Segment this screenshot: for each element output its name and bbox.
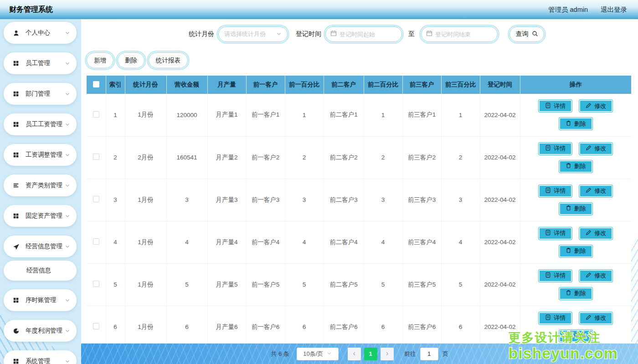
detail-button[interactable]: 详情 [539,143,572,155]
column-header: 前二客户 [324,76,364,94]
row-checkbox[interactable] [93,111,99,118]
time-start-input[interactable] [340,31,397,38]
time-start-field[interactable] [325,26,402,42]
month-select-placeholder: 请选择统计月份 [224,30,266,38]
chevron-down-icon [65,61,70,66]
chevron-down-icon [276,30,282,38]
logout-link[interactable]: 退出登录 [601,5,627,14]
report-button[interactable]: 统计报表 [149,52,188,68]
column-header: 前一百分比 [285,76,324,94]
filter-bar: 统计月份 请选择统计月份 登记时间 至 [189,25,638,43]
chevron-down-icon [65,213,70,219]
send-icon [13,243,21,250]
current-user[interactable]: 管理员 admin [548,5,588,14]
select-all-checkbox[interactable] [93,81,99,87]
detail-button[interactable]: 详情 [539,312,572,324]
row-checkbox[interactable] [93,196,99,202]
edit-button[interactable]: 修改 [579,270,612,282]
grid-icon [13,121,21,128]
column-header: 操作 [520,76,631,94]
current-page[interactable]: 1 [364,348,377,360]
add-button[interactable]: 新增 [87,52,113,68]
sidebar-subitem[interactable]: 经营信息 [4,261,77,281]
chevron-down-icon [65,30,70,36]
row-checkbox[interactable] [93,281,99,287]
grid-icon [13,91,21,97]
document-icon [545,103,551,110]
row-delete-button[interactable]: 删除 [559,203,592,215]
sidebar-item-4[interactable]: 员工工资管理 [4,113,77,135]
app-title: 财务管理系统 [9,5,53,15]
column-header: 月产量 [207,76,246,94]
pencil-icon [586,145,592,152]
trash-icon [566,290,571,297]
column-header: 统计月份 [125,76,166,94]
detail-button[interactable]: 详情 [539,100,572,112]
column-header: 前三百分比 [441,76,480,94]
table-row: 5 1月份 5 月产量5 前一客户5 5 前二客户5 5 前三客户5 5 202… [87,263,631,306]
sidebar-item-7[interactable]: 固定资产管理 [4,205,77,227]
page-unit-label: 页 [442,350,448,358]
row-delete-button[interactable]: 删除 [559,160,592,173]
document-icon [545,230,551,237]
chevron-down-icon [65,152,70,158]
sidebar-item-5[interactable]: 工资调整管理 [4,144,77,166]
row-checkbox[interactable] [93,154,99,160]
row-delete-button[interactable]: 删除 [559,245,592,257]
document-icon [545,145,551,152]
row-checkbox[interactable] [93,323,99,329]
edit-button[interactable]: 修改 [579,227,612,240]
detail-button[interactable]: 详情 [539,227,572,240]
time-end-input[interactable] [435,31,493,38]
sidebar-item-10[interactable]: 年度利润管理 [4,320,77,342]
row-checkbox[interactable] [93,238,99,245]
sidebar-item-9[interactable]: 序时账管理 [4,289,77,311]
grid-icon [13,358,21,364]
document-icon [545,187,551,195]
pie-icon [13,328,21,334]
page-size-select[interactable]: 10条/页 [297,348,339,360]
to-label: 至 [408,30,415,38]
grid-icon [13,152,21,158]
sidebar-item-1[interactable]: 个人中心 [4,22,77,44]
calendar-icon [330,30,337,38]
action-bar: 新增 删除 统计报表 [87,52,638,68]
grid-icon [13,213,21,219]
goto-page-input[interactable] [420,348,438,360]
table-row: 2 2月份 160541 月产量2 前一客户2 2 前二客户2 2 前三客户2 … [87,136,631,179]
edit-button[interactable]: 修改 [579,143,612,155]
sidebar-item-2[interactable]: 员工管理 [4,52,77,74]
chevron-down-icon [65,328,70,333]
trash-icon [566,247,571,255]
chevron-down-icon [65,183,70,188]
delete-button[interactable]: 删除 [118,52,144,68]
edit-button[interactable]: 修改 [579,312,612,324]
column-header: 登记时间 [480,76,520,94]
detail-button[interactable]: 详情 [539,185,572,197]
row-delete-button[interactable]: 删除 [559,287,592,300]
detail-button[interactable]: 详情 [539,270,572,282]
edit-button[interactable]: 修改 [579,100,612,112]
sidebar-item-6[interactable]: 资产类别管理 [4,174,77,196]
user-icon [13,30,21,36]
sidebar-item-11[interactable]: 系统管理 [4,350,77,364]
column-header: 索引 [106,76,125,94]
sidebar-item-3[interactable]: 部门管理 [4,83,77,105]
next-page-button[interactable] [381,348,394,360]
grid-icon [13,297,21,303]
row-delete-button[interactable]: 删除 [559,118,592,130]
search-button[interactable]: 查询 [509,26,544,42]
edit-button[interactable]: 修改 [579,185,612,197]
chevron-down-icon [65,122,70,127]
total-count: 共 6 条 [271,350,289,358]
sidebar: 个人中心 员工管理 部门管理 员工工资管理 [0,19,81,364]
header-checkbox-cell [87,76,106,94]
sidebar-item-8[interactable]: 经营信息管理 [4,236,77,257]
calendar-icon [426,30,432,38]
document-icon [545,314,551,322]
list-icon [13,182,21,189]
month-select[interactable]: 请选择统计月份 [218,26,288,42]
prev-page-button[interactable] [348,348,361,360]
watermark: 更多设计请关注 bisheyun.com [508,331,618,362]
time-end-field[interactable] [421,26,498,42]
